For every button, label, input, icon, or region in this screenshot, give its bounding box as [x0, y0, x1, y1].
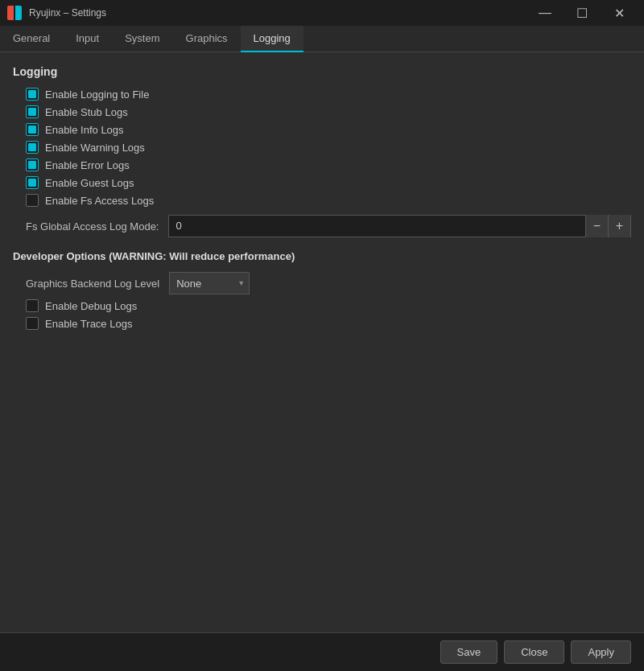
tab-input[interactable]: Input [63, 26, 112, 52]
minimize-button[interactable]: — [526, 0, 564, 26]
checkbox-row-guest-logs[interactable]: Enable Guest Logs [26, 176, 631, 189]
tab-graphics[interactable]: Graphics [173, 26, 241, 52]
checkbox-info-logs[interactable] [26, 123, 39, 136]
checkbox-label-warning-logs: Enable Warning Logs [45, 142, 145, 154]
window-title: Ryujinx – Settings [29, 7, 526, 19]
checkbox-label-debug-logs: Enable Debug Logs [45, 300, 137, 312]
checkbox-row-error-logs[interactable]: Enable Error Logs [26, 158, 631, 171]
graphics-backend-label: Graphics Backend Log Level [26, 278, 159, 290]
checkbox-row-warning-logs[interactable]: Enable Warning Logs [26, 141, 631, 154]
settings-window: Ryujinx – Settings — ☐ ✕ General Input S… [0, 0, 644, 671]
graphics-backend-dropdown[interactable]: None Error Warning Info Debug [169, 272, 250, 294]
fs-global-row: Fs Global Access Log Mode: 0 − + [26, 215, 631, 237]
checkbox-row-trace-logs[interactable]: Enable Trace Logs [26, 317, 631, 330]
close-button[interactable]: ✕ [601, 0, 638, 26]
title-bar: Ryujinx – Settings — ☐ ✕ [0, 0, 644, 26]
checkbox-row-fs-access-logs[interactable]: Enable Fs Access Logs [26, 194, 631, 207]
graphics-backend-dropdown-wrapper: None Error Warning Info Debug [169, 272, 250, 294]
close-button-footer[interactable]: Close [504, 640, 564, 664]
developer-title: Developer Options (WARNING: Will reduce … [13, 250, 631, 262]
checkbox-row-info-logs[interactable]: Enable Info Logs [26, 123, 631, 136]
fs-global-input-container: 0 − + [168, 215, 631, 237]
logging-section-title: Logging [13, 65, 631, 78]
checkbox-row-debug-logs[interactable]: Enable Debug Logs [26, 299, 631, 312]
checkbox-debug-logs[interactable] [26, 299, 39, 312]
logo-left [7, 6, 14, 20]
checkbox-label-trace-logs: Enable Trace Logs [45, 318, 132, 330]
window-controls: — ☐ ✕ [526, 0, 638, 26]
checkbox-label-fs-access-logs: Enable Fs Access Logs [45, 195, 154, 207]
logo-right [15, 6, 22, 20]
checkbox-warning-logs[interactable] [26, 141, 39, 154]
checkbox-guest-logs[interactable] [26, 176, 39, 189]
graphics-backend-row: Graphics Backend Log Level None Error Wa… [26, 272, 631, 294]
tab-logging[interactable]: Logging [241, 26, 303, 52]
checkbox-label-guest-logs: Enable Guest Logs [45, 177, 134, 189]
checkbox-row-stub-logs[interactable]: Enable Stub Logs [26, 105, 631, 118]
ryujinx-logo [7, 6, 22, 20]
tab-general[interactable]: General [0, 26, 63, 52]
fs-global-increment-button[interactable]: + [608, 215, 630, 237]
fs-global-decrement-button[interactable]: − [585, 215, 608, 237]
maximize-button[interactable]: ☐ [564, 0, 601, 26]
fs-global-value: 0 [169, 215, 585, 237]
footer: Save Close Apply [0, 632, 644, 671]
checkbox-trace-logs[interactable] [26, 317, 39, 330]
checkbox-stub-logs[interactable] [26, 105, 39, 118]
checkbox-error-logs[interactable] [26, 158, 39, 171]
save-button[interactable]: Save [440, 640, 498, 664]
fs-global-label: Fs Global Access Log Mode: [26, 220, 159, 233]
content-area: Logging Enable Logging to File Enable St… [0, 52, 644, 632]
tab-system[interactable]: System [112, 26, 172, 52]
checkbox-fs-access-logs[interactable] [26, 194, 39, 207]
developer-section: Developer Options (WARNING: Will reduce … [13, 250, 631, 330]
checkbox-label-stub-logs: Enable Stub Logs [45, 106, 128, 118]
apply-button[interactable]: Apply [571, 640, 631, 664]
checkbox-logging-to-file[interactable] [26, 88, 39, 101]
checkbox-label-logging-to-file: Enable Logging to File [45, 89, 149, 101]
checkbox-label-info-logs: Enable Info Logs [45, 124, 124, 136]
checkbox-row-logging-to-file[interactable]: Enable Logging to File [26, 88, 631, 101]
app-icon [6, 5, 23, 21]
tabs-bar: General Input System Graphics Logging [0, 26, 644, 52]
checkbox-label-error-logs: Enable Error Logs [45, 159, 130, 171]
